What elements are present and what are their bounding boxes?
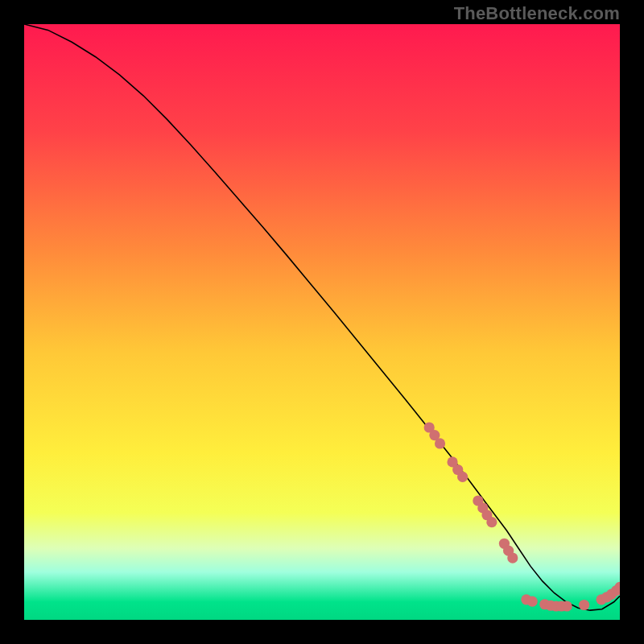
highlight-dot (527, 596, 538, 606)
chart-plot-area (24, 24, 620, 620)
watermark-text: TheBottleneck.com (454, 3, 620, 24)
highlight-dot (507, 552, 518, 563)
highlight-dot (457, 472, 468, 482)
chart-svg (24, 24, 620, 620)
chart-background (24, 24, 620, 620)
highlight-dot (562, 601, 572, 611)
highlight-dot (486, 517, 497, 527)
highlight-dot (579, 600, 589, 610)
highlight-dot (435, 438, 445, 448)
